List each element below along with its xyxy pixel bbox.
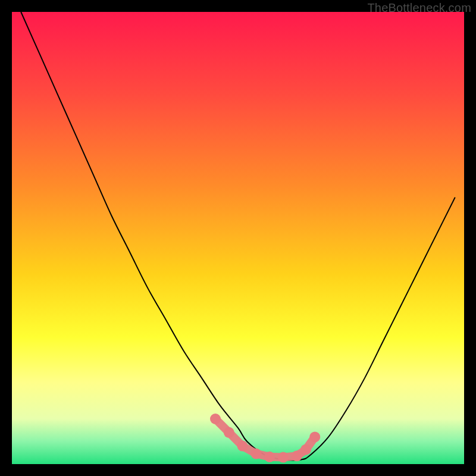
highlight-dot xyxy=(237,441,248,452)
highlight-dot xyxy=(264,452,275,462)
curve-layer xyxy=(12,12,464,464)
highlight-dot xyxy=(210,414,221,424)
bottleneck-curve-path xyxy=(21,12,455,460)
highlight-dot xyxy=(278,452,289,463)
highlight-dot xyxy=(224,427,234,438)
highlight-dot xyxy=(309,431,320,442)
highlight-dots xyxy=(210,414,320,463)
watermark-text: TheBottleneck.com xyxy=(367,1,471,15)
highlight-dot xyxy=(292,450,302,461)
highlight-stroke xyxy=(215,419,315,458)
chart-frame: TheBottleneck.com xyxy=(0,0,476,476)
highlight-dot xyxy=(300,444,311,455)
highlight-dot xyxy=(250,449,261,459)
bottleneck-curve xyxy=(21,12,455,460)
